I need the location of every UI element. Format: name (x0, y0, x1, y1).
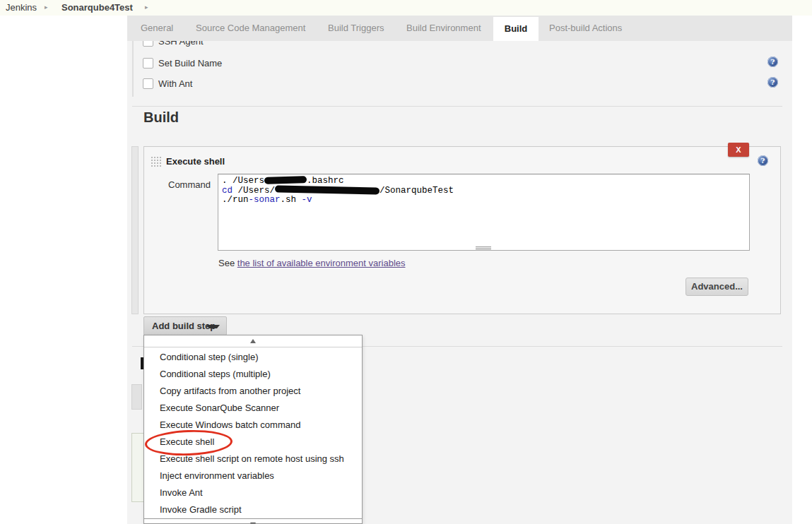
build-step-drag-strip[interactable] (131, 146, 139, 314)
dropdown-items: Conditional step (single)Conditional ste… (144, 347, 362, 518)
dropdown-item-execute-sonarqube-scanner[interactable]: Execute SonarQube Scanner (144, 400, 362, 417)
checkbox-label[interactable]: Set Build Name (158, 58, 222, 69)
command-line: cd /Users//SonarqubeTest (222, 186, 746, 196)
add-build-step-dropdown: Conditional step (single)Conditional ste… (143, 335, 363, 524)
code-text: /SonarqubeTest (379, 186, 454, 196)
tab-build-triggers[interactable]: Build Triggers (328, 16, 384, 41)
code-keyword: -sonar (249, 195, 281, 205)
dropdown-scroll-up[interactable] (144, 335, 362, 347)
dropdown-item-invoke-ant[interactable]: Invoke Ant (144, 484, 362, 501)
breadcrumb-project[interactable]: Sonarqube4Test (61, 2, 133, 13)
config-tabbar: GeneralSource Code ManagementBuild Trigg… (127, 16, 792, 41)
breadcrumb-separator-icon: ▸ (145, 4, 148, 11)
tab-general[interactable]: General (141, 16, 173, 41)
tab-source-code-management[interactable]: Source Code Management (196, 16, 305, 41)
build-section-title: Build (143, 109, 179, 126)
dropdown-item-execute-windows-batch-command[interactable]: Execute Windows batch command (144, 417, 362, 434)
code-keyword: cd (222, 186, 233, 196)
tab-post-build-actions[interactable]: Post-build Actions (549, 16, 622, 41)
dropdown-item-execute-shell[interactable]: Execute shell (144, 434, 362, 451)
redaction-mark (264, 176, 307, 184)
code-text: .sh (281, 195, 302, 205)
dropdown-item-execute-shell-script-on-remote-host-using-ssh[interactable]: Execute shell script on remote host usin… (144, 451, 362, 468)
dropdown-item-conditional-steps-multiple-[interactable]: Conditional steps (multiple) (144, 366, 362, 383)
jenkins-config-page: Jenkins ▸ Sonarqube4Test ▸ SSH AgentSet … (0, 0, 812, 524)
code-text: .bashrc (307, 176, 344, 186)
env-variables-link[interactable]: the list of available environment variab… (237, 258, 406, 268)
breadcrumb-jenkins[interactable]: Jenkins (6, 2, 37, 13)
dropdown-item-conditional-step-single-[interactable]: Conditional step (single) (144, 349, 362, 366)
textarea-resize-grip[interactable] (476, 246, 491, 250)
add-build-step-label: Add build step (144, 321, 216, 331)
command-line: ./run-sonar.sh -v (222, 196, 746, 206)
section-edge-line (132, 41, 134, 97)
advanced-button[interactable]: Advanced... (686, 278, 748, 296)
dropdown-item-copy-artifacts-from-another-project[interactable]: Copy artifacts from another project (144, 383, 362, 400)
help-icon[interactable] (758, 155, 768, 166)
env-variables-hint: See the list of available environment va… (218, 258, 406, 268)
breadcrumb-separator-icon: ▸ (45, 4, 48, 11)
redaction-mark (275, 185, 379, 194)
checkbox[interactable] (143, 78, 153, 89)
tab-label: Build (493, 17, 539, 42)
page-margin (792, 16, 812, 524)
tab-build[interactable]: Build (493, 17, 539, 41)
checkbox[interactable] (143, 58, 153, 69)
code-text: /Users/ (233, 186, 275, 196)
hidden-block-fragment (131, 384, 142, 410)
code-keyword: -v (302, 195, 312, 205)
tab-build-environment[interactable]: Build Environment (406, 16, 481, 41)
build-step-title: Execute shell (166, 156, 225, 167)
section-divider (132, 106, 782, 107)
dropdown-item-invoke-gradle-script[interactable]: Invoke Gradle script (144, 501, 362, 518)
breadcrumb: Jenkins ▸ Sonarqube4Test ▸ (0, 0, 812, 16)
drag-handle-icon[interactable] (151, 156, 161, 167)
help-icon[interactable] (767, 56, 778, 67)
code-text: . /Users (222, 176, 264, 186)
build-step-execute-shell: Execute shell X Command . /Users.bashrcc… (143, 146, 781, 314)
config-content: SSH AgentSet Build NameWith Ant GeneralS… (127, 16, 792, 524)
command-line: . /Users.bashrc (222, 177, 746, 186)
option-row-set-build-name: Set Build Name (143, 58, 779, 69)
add-build-step-button[interactable]: Add build step (143, 316, 227, 335)
command-label: Command (168, 179, 211, 190)
command-textarea[interactable]: . /Users.bashrccd /Users//SonarqubeTest.… (218, 174, 750, 251)
delete-step-button[interactable]: X (728, 143, 749, 157)
option-row-with-ant: With Ant (143, 78, 779, 90)
env-hint-prefix: See (218, 258, 235, 268)
code-text: ./run (222, 195, 249, 205)
dropdown-scroll-down[interactable] (144, 518, 362, 524)
help-icon[interactable] (767, 77, 778, 88)
chevron-down-icon (206, 325, 220, 328)
scroll-up-icon (250, 339, 256, 343)
checkbox-label[interactable]: With Ant (158, 78, 192, 89)
dropdown-item-inject-environment-variables[interactable]: Inject environment variables (144, 468, 362, 484)
